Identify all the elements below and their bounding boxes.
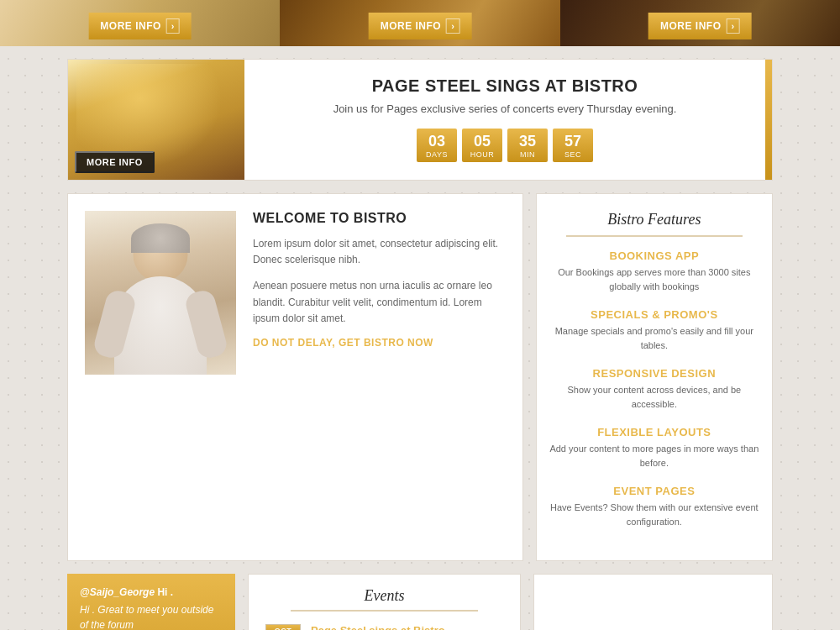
feature-layouts-desc: Add your content to more pages in more w… xyxy=(549,442,759,470)
arrow-icon: › xyxy=(726,18,739,34)
event-date-box: OCT 18 xyxy=(265,624,301,630)
banner-3: MORE INFO › xyxy=(560,0,840,46)
event-banner-accent-bar xyxy=(765,60,772,180)
twitter-user: @Saijo_George Hi . xyxy=(80,586,223,598)
arrow-icon: › xyxy=(166,18,180,34)
twitter-message: Hi . Great to meet you outside of the fo… xyxy=(80,602,223,630)
features-title: Bistro Features xyxy=(549,211,759,228)
event-banner: MORE INFO PAGE STEEL SINGS AT BISTRO Joi… xyxy=(67,59,773,181)
main-content-area: WELCOME TO BISTRO Lorem ipsum dolor sit … xyxy=(67,193,773,561)
banner-2: MORE INFO › xyxy=(280,0,559,46)
banner-1: MORE INFO › xyxy=(0,0,280,46)
feature-specials-name: SPECIALS & PROMO'S xyxy=(549,308,759,321)
events-widget: Events OCT 18 Page Steel sings at Bistro… xyxy=(248,574,521,630)
feature-bookings-desc: Our Bookings app serves more than 3000 s… xyxy=(549,265,759,293)
event-banner-subtitle: Join us for Pages exclusive series of co… xyxy=(270,102,740,115)
events-divider xyxy=(291,610,478,612)
features-section: Bistro Features BOOKINGS APP Our Booking… xyxy=(536,193,773,561)
features-divider xyxy=(566,235,743,237)
feature-events-desc: Have Events? Show them with our extensiv… xyxy=(549,501,759,528)
feature-bookings-name: BOOKINGS APP xyxy=(549,249,759,262)
welcome-section: WELCOME TO BISTRO Lorem ipsum dolor sit … xyxy=(67,193,523,561)
event-info: Page Steel sings at Bistro TIME: 7:00 pm xyxy=(311,624,445,630)
feature-bookings: BOOKINGS APP Our Bookings app serves mor… xyxy=(549,249,759,293)
event-entry: OCT 18 Page Steel sings at Bistro TIME: … xyxy=(265,624,503,630)
countdown-hours: 05 HOUR xyxy=(462,129,502,162)
twitter-hi-text: Hi . xyxy=(157,586,173,598)
welcome-paragraph-1: Lorem ipsum dolor sit amet, consectetur … xyxy=(253,236,506,268)
event-month: OCT xyxy=(266,625,300,630)
event-banner-content: PAGE STEEL SINGS AT BISTRO Join us for P… xyxy=(244,60,765,180)
countdown-minutes: 35 MIN xyxy=(507,129,548,162)
right-placeholder xyxy=(533,574,773,630)
feature-responsive: RESPONSIVE DESIGN Show your content acro… xyxy=(549,367,759,411)
event-info-title: Page Steel sings at Bistro xyxy=(311,624,445,630)
events-title: Events xyxy=(265,587,503,605)
feature-responsive-name: RESPONSIVE DESIGN xyxy=(549,367,759,380)
feature-events: EVENT PAGES Have Events? Show them with … xyxy=(549,485,759,528)
welcome-cta-link[interactable]: DO NOT DELAY, GET BISTRO NOW xyxy=(253,337,506,349)
event-banner-title: PAGE STEEL SINGS AT BISTRO xyxy=(270,76,740,96)
feature-events-name: EVENT PAGES xyxy=(549,485,759,497)
banner-3-more-info-button[interactable]: MORE INFO › xyxy=(648,13,752,39)
twitter-handle: @Saijo_George xyxy=(80,586,155,598)
event-banner-image: MORE INFO xyxy=(68,60,244,180)
feature-layouts-name: FLEXIBLE LAYOUTS xyxy=(549,426,759,438)
welcome-paragraph-2: Aenean posuere metus non urna iaculis ac… xyxy=(253,278,506,327)
feature-specials-desc: Manage specials and promo's easily and f… xyxy=(549,324,759,352)
countdown-days: 03 DAYS xyxy=(417,129,457,162)
top-banners-section: MORE INFO › MORE INFO › MORE INFO › xyxy=(0,0,840,46)
twitter-widget: @Saijo_George Hi . Hi . Great to meet yo… xyxy=(67,574,235,630)
countdown-seconds: 57 SEC xyxy=(553,129,593,162)
welcome-image xyxy=(85,211,236,375)
banner-2-more-info-button[interactable]: MORE INFO › xyxy=(369,13,472,39)
countdown-timer: 03 DAYS 05 HOUR 35 MIN 57 SEC xyxy=(270,129,740,162)
event-banner-more-info-button[interactable]: MORE INFO xyxy=(75,151,155,173)
bottom-row: @Saijo_George Hi . Hi . Great to meet yo… xyxy=(67,574,773,630)
arrow-icon: › xyxy=(446,18,459,34)
feature-responsive-desc: Show your content across devices, and be… xyxy=(549,383,759,411)
feature-layouts: FLEXIBLE LAYOUTS Add your content to mor… xyxy=(549,426,759,470)
welcome-title: WELCOME TO BISTRO xyxy=(253,211,506,226)
welcome-text-content: WELCOME TO BISTRO Lorem ipsum dolor sit … xyxy=(253,211,506,349)
banner-1-more-info-button[interactable]: MORE INFO › xyxy=(88,13,192,39)
feature-specials: SPECIALS & PROMO'S Manage specials and p… xyxy=(549,308,759,352)
